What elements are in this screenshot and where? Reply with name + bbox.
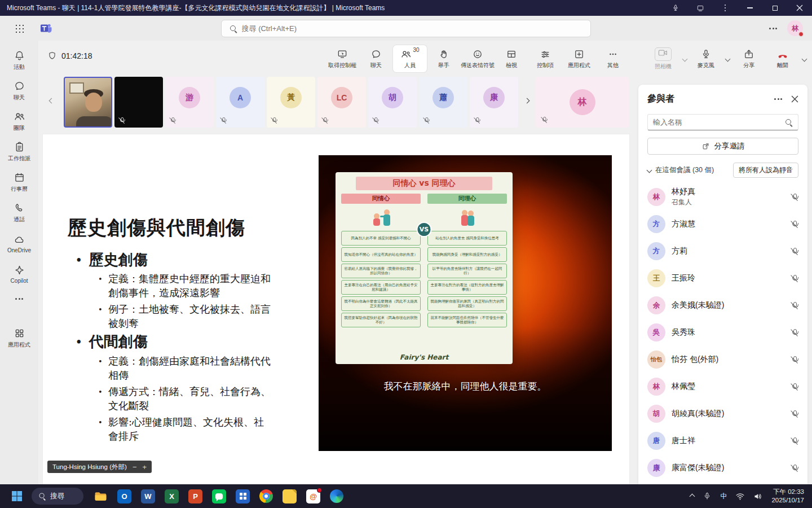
send-reaction-button[interactable]: 傳送表情符號 [461, 45, 495, 72]
video-tile-camera-off[interactable] [114, 77, 163, 128]
video-tile-pinned[interactable]: 林 [536, 77, 629, 128]
video-tile-speaker[interactable] [64, 77, 112, 128]
app-launcher-icon[interactable] [15, 24, 24, 33]
excel-icon[interactable]: X [165, 489, 179, 503]
video-tile[interactable]: LC [317, 77, 366, 128]
participant-row[interactable]: 方 方淑慧 [638, 211, 807, 238]
tray-mic-icon[interactable] [703, 492, 712, 501]
raise-hand-button[interactable]: 舉手 [427, 45, 461, 72]
search-bar[interactable] [221, 20, 591, 37]
share-button[interactable]: 分享 [732, 45, 766, 72]
participant-row[interactable]: 林 林佩瑩 [638, 373, 807, 400]
participant-row[interactable]: 余 余美娥(未驗證) [638, 292, 807, 319]
mic-off-icon[interactable] [791, 356, 798, 364]
mic-off-icon[interactable] [791, 464, 798, 472]
mic-off-icon[interactable] [791, 383, 798, 391]
sticky-notes-icon[interactable] [283, 489, 297, 503]
take-control-button[interactable]: 取得控制權 [325, 45, 359, 72]
file-explorer-icon[interactable] [94, 489, 108, 503]
controls-button[interactable]: 控制項 [528, 45, 562, 72]
ime-indicator[interactable]: 中 [720, 492, 727, 501]
sidebar-item-chat[interactable]: 聊天 [1, 76, 37, 106]
line-icon[interactable] [212, 489, 226, 503]
participant-row[interactable]: 唐 唐士祥 [638, 427, 807, 454]
start-button[interactable] [11, 491, 23, 502]
chrome-icon[interactable] [259, 489, 273, 503]
in-meeting-section[interactable]: 在這個會議 (30 個) 將所有人設為靜音 [638, 155, 807, 180]
people-button[interactable]: 30 人員 [393, 45, 427, 72]
blue-grid-app-icon[interactable] [236, 489, 250, 503]
more-button[interactable]: 其他 [596, 45, 630, 72]
participant-search[interactable] [647, 114, 798, 130]
window-title: Microsoft Teams - 聊天 | 114-1人管學院發展特色教學講座… [7, 3, 385, 13]
zoom-out-button[interactable]: − [133, 463, 137, 471]
sidebar-item-activity[interactable]: 活動 [1, 45, 37, 76]
leave-button[interactable]: 離開 [766, 45, 800, 72]
titlebar-more-icon[interactable] [713, 0, 738, 16]
camera-button[interactable]: 照相機 [646, 45, 680, 72]
mic-off-icon[interactable] [791, 329, 798, 337]
strip-prev-icon[interactable] [50, 95, 54, 105]
mention-app-icon[interactable]: @ [306, 489, 320, 503]
participant-row[interactable]: 方 方莉 [638, 238, 807, 265]
sidebar-item-teams[interactable]: 團隊 [1, 106, 37, 137]
titlebar-mic-icon[interactable] [663, 0, 688, 16]
apps-button[interactable]: 應用程式 [562, 45, 596, 72]
appbar-more-icon[interactable] [769, 28, 777, 29]
sidebar-item-onedrive[interactable]: OneDrive [1, 228, 37, 259]
participant-row[interactable]: 王 王振玲 [638, 265, 807, 292]
wifi-icon[interactable] [735, 492, 745, 501]
zoom-in-button[interactable]: + [142, 463, 147, 471]
video-tile[interactable]: 胡 [368, 77, 417, 128]
clock[interactable]: 下午 02:33 2025/10/17 [771, 488, 804, 505]
video-tile[interactable]: 蕭 [419, 77, 467, 128]
mic-off-icon[interactable] [791, 301, 798, 310]
mic-off-icon[interactable] [791, 247, 798, 256]
maximize-button[interactable] [762, 0, 787, 16]
mic-options-chevron[interactable] [723, 45, 732, 72]
titlebar-popout-icon[interactable] [688, 0, 713, 16]
sidebar-item-copilot[interactable]: Copilot [1, 259, 37, 289]
edge-icon[interactable] [330, 489, 343, 503]
participant-row[interactable]: 林 林妤真召集人 [638, 183, 807, 211]
mic-button[interactable]: 麥克風 [689, 45, 723, 72]
video-tile[interactable]: 康 [470, 77, 518, 128]
mic-off-icon[interactable] [791, 410, 798, 418]
panel-more-icon[interactable] [774, 98, 782, 100]
participant-row[interactable]: 怡包 怡芬 包(外部) [638, 346, 807, 373]
chat-button[interactable]: 聊天 [359, 45, 393, 72]
minimize-button[interactable] [738, 0, 762, 16]
mute-all-button[interactable]: 將所有人設為靜音 [733, 163, 798, 178]
sidebar-item-calendar[interactable]: 行事曆 [1, 167, 37, 198]
sidebar-item-apps[interactable]: 應用程式 [1, 323, 37, 353]
participant-row[interactable]: 胡 胡綾真(未驗證) [638, 400, 807, 427]
participant-row[interactable]: 康 康富傑(未驗證) [638, 454, 807, 481]
taskbar-search[interactable]: 搜尋 [32, 488, 83, 505]
video-tile[interactable]: A [216, 77, 264, 128]
powerpoint-icon[interactable]: P [188, 489, 202, 503]
panel-close-icon[interactable] [791, 95, 798, 103]
mic-off-icon[interactable] [791, 220, 798, 229]
outlook-icon[interactable]: O [117, 489, 131, 503]
leave-options-chevron[interactable] [800, 45, 809, 72]
sidebar-item-calls[interactable]: 通話 [1, 198, 37, 228]
strip-next-icon[interactable] [525, 95, 529, 105]
participant-search-input[interactable] [653, 118, 782, 126]
mic-off-icon[interactable] [791, 193, 798, 202]
tray-expand-icon[interactable] [690, 493, 695, 499]
mic-off-icon[interactable] [791, 274, 798, 283]
mic-off-icon[interactable] [791, 437, 798, 445]
search-input[interactable] [242, 24, 582, 33]
participant-row[interactable]: 吳 吳秀珠 [638, 319, 807, 346]
camera-options-chevron[interactable] [680, 45, 689, 72]
view-button[interactable]: 檢視 [495, 45, 528, 72]
share-invite-button[interactable]: 分享邀請 [647, 138, 798, 155]
volume-icon[interactable] [753, 492, 763, 501]
video-tile[interactable]: 游 [165, 77, 214, 128]
sidebar-more-apps[interactable] [1, 289, 37, 308]
word-icon[interactable]: W [141, 489, 155, 503]
close-button[interactable] [787, 0, 812, 16]
sidebar-item-assignments[interactable]: 工作指派 [1, 137, 37, 167]
avatar[interactable]: 林 [787, 20, 803, 36]
video-tile[interactable]: 黃 [267, 77, 315, 128]
